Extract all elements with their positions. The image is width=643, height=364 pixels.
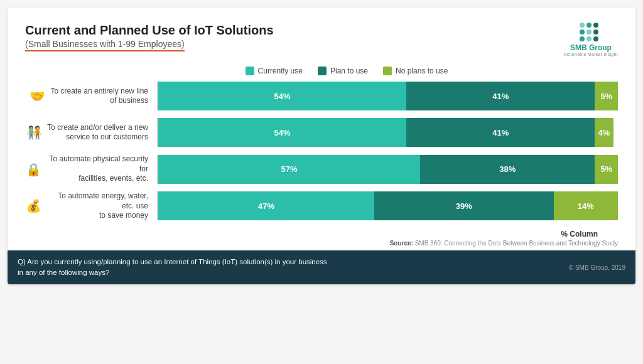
legend: Currently usePlan to useNo plans to use <box>75 67 618 75</box>
source-prefix: Source: <box>390 240 413 247</box>
bar-segment-currently: 57% <box>158 155 420 184</box>
bar-container: 57%38%5% <box>157 155 618 184</box>
logo-area: SMB Group Actionable Market Insight <box>564 23 618 56</box>
row-icon: 💰 <box>25 198 41 214</box>
chart-row: 🤝To create an entirely new line of busin… <box>25 82 618 110</box>
source-text: SMB 360: Connecting the Dots Between Bus… <box>413 240 618 247</box>
logo-dot <box>586 29 592 35</box>
bar-container: 54%41%5% <box>157 82 618 110</box>
logo-dot <box>593 23 598 28</box>
row-text: To automate physical security for facili… <box>46 154 148 184</box>
source-line: Source: SMB 360: Connecting the Dots Bet… <box>25 240 618 247</box>
legend-item-currently: Currently use <box>246 67 303 75</box>
bar-segment-noplans: 4% <box>595 118 613 147</box>
legend-swatch-noplans <box>383 67 392 75</box>
main-card: Current and Planned Use of IoT Solutions… <box>8 8 635 284</box>
chart-area: 🤝To create an entirely new line of busin… <box>25 82 618 228</box>
legend-swatch-plan <box>318 67 327 75</box>
legend-label-plan: Plan to use <box>330 67 368 75</box>
logo-name: SMB Group <box>570 44 612 52</box>
bar-segment-currently: 54% <box>158 82 406 110</box>
row-label: 🧑‍🤝‍🧑To create and/or deliver a new serv… <box>25 123 157 142</box>
bar-segment-currently: 47% <box>158 191 374 220</box>
bar-container: 54%41%4% <box>157 118 618 147</box>
logo-dot <box>580 23 585 28</box>
header-row: Current and Planned Use of IoT Solutions… <box>25 23 618 56</box>
logo-dot <box>586 23 592 28</box>
chart-row: 🔒To automate physical security for facil… <box>25 154 618 184</box>
sub-title: (Small Businesses with 1-99 Employees) <box>25 39 185 51</box>
footer-bar: Q) Are you currently using/planning to u… <box>8 250 635 285</box>
bar-segment-plan: 38% <box>420 155 595 184</box>
logo-dots <box>580 23 602 41</box>
bar-segment-noplans: 14% <box>554 191 618 220</box>
row-text: To automate energy, water, etc. use to s… <box>46 191 148 221</box>
legend-label-noplans: No plans to use <box>396 67 448 75</box>
row-label: 🤝To create an entirely new line of busin… <box>25 87 157 106</box>
x-label-row: % Column <box>25 228 618 238</box>
title-block: Current and Planned Use of IoT Solutions… <box>25 23 274 51</box>
row-text: To create an entirely new line of busine… <box>51 87 148 106</box>
chart-row: 💰To automate energy, water, etc. use to … <box>25 191 618 221</box>
bar-segment-noplans: 5% <box>595 155 618 184</box>
legend-item-plan: Plan to use <box>318 67 368 75</box>
main-title: Current and Planned Use of IoT Solutions <box>25 23 274 38</box>
bar-segment-noplans: 5% <box>595 82 618 110</box>
logo-dot <box>593 29 598 35</box>
logo-dot <box>593 36 598 41</box>
row-label: 🔒To automate physical security for facil… <box>25 154 157 184</box>
logo-dot <box>580 29 585 35</box>
bar-segment-plan: 41% <box>406 82 595 110</box>
bar-segment-plan: 41% <box>406 118 595 147</box>
row-icon: 🔒 <box>25 161 41 178</box>
row-icon: 🤝 <box>30 88 46 104</box>
row-label: 💰To automate energy, water, etc. use to … <box>25 191 157 221</box>
chart-row: 🧑‍🤝‍🧑To create and/or deliver a new serv… <box>25 118 618 147</box>
logo-subtext: Actionable Market Insight <box>564 52 618 56</box>
footer-question: Q) Are you currently using/planning to u… <box>18 257 327 279</box>
legend-label-currently: Currently use <box>258 67 303 75</box>
legend-swatch-currently <box>246 67 254 75</box>
logo-dot <box>580 36 585 41</box>
row-text: To create and/or deliver a new service t… <box>47 123 148 142</box>
bar-segment-plan: 39% <box>374 191 553 220</box>
bar-container: 47%39%14% <box>157 191 618 220</box>
x-label: % Column <box>561 230 598 238</box>
legend-item-noplans: No plans to use <box>383 67 448 75</box>
bar-segment-currently: 54% <box>158 118 406 147</box>
logo-dot <box>586 36 592 41</box>
footer-copyright: © SMB Group, 2019 <box>569 263 625 272</box>
row-icon: 🧑‍🤝‍🧑 <box>26 124 42 141</box>
